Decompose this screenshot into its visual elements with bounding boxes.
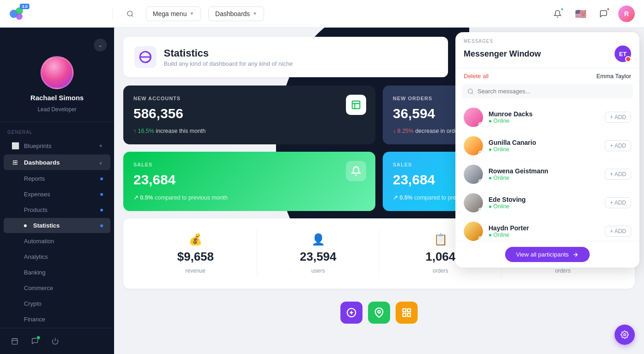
page-header-card: Statistics Build any kind of dashboard f… [123, 37, 448, 77]
sidebar: ⌄ Rachael Simons Lead Developer GENERAL … [0, 28, 114, 354]
add-action-button[interactable] [340, 302, 362, 324]
dashboards-chevron: ▲ [98, 160, 103, 165]
gunilla-avatar [464, 136, 483, 155]
search-input-wrapper [462, 84, 633, 98]
blueprints-icon: ⬜ [11, 142, 19, 149]
mega-menu-button[interactable]: Mega menu ▼ [146, 6, 201, 21]
haydn-info: Haydn Porter ● Online [489, 224, 599, 238]
rowena-avatar [464, 165, 483, 184]
haydn-avatar [464, 222, 483, 241]
contact-item-munroe[interactable]: Munroe Dacks ● Online + ADD [455, 103, 639, 131]
orders-icon: 📋 [434, 233, 448, 246]
stat-users: 👤 23,594 users [257, 229, 379, 278]
sidebar-item-reports[interactable]: Reports [4, 171, 110, 186]
messenger-user-avatar[interactable]: ET [615, 46, 631, 62]
sidebar-item-crypto[interactable]: Crypto [4, 296, 110, 311]
munroe-info: Munroe Dacks ● Online [489, 110, 599, 124]
haydn-add-button[interactable]: + ADD [605, 226, 631, 237]
users-icon: 👤 [311, 233, 325, 246]
sidebar-item-banking[interactable]: Banking [4, 265, 110, 280]
ede-add-button[interactable]: + ADD [605, 197, 631, 208]
gunilla-add-button[interactable]: + ADD [605, 140, 631, 151]
profile-role: Lead Developer [38, 106, 77, 113]
power-icon-button[interactable] [48, 334, 63, 348]
user-avatar[interactable]: R [618, 6, 635, 22]
munroe-add-button[interactable]: + ADD [605, 112, 631, 123]
stat-revenue: 💰 $9,658 revenue [134, 229, 257, 278]
app-logo: 3.0 [9, 6, 26, 22]
messenger-footer: View all participants [455, 241, 639, 268]
search-button[interactable] [122, 6, 138, 22]
svg-point-14 [378, 310, 380, 313]
view-all-participants-button[interactable]: View all participants [505, 247, 590, 262]
version-badge: 3.0 [20, 4, 29, 9]
rowena-info: Rowena Geistmann ● Online [489, 167, 599, 181]
gunilla-online-dot [478, 151, 483, 155]
dashboards-icon: ⊞ [11, 159, 19, 166]
action-buttons-row [123, 296, 635, 329]
svg-rect-18 [403, 314, 406, 316]
messenger-actions-row: Delete all Emma Taylor [455, 68, 639, 84]
contact-list: Munroe Dacks ● Online + ADD Gunilla Cana… [455, 103, 639, 241]
sidebar-item-products[interactable]: Products [4, 202, 110, 217]
rowena-online-dot [478, 179, 483, 183]
haydn-online-dot [478, 236, 483, 240]
accounts-icon-box [346, 95, 366, 115]
page-title: Statistics [164, 47, 293, 59]
delete-all-button[interactable]: Delete all [464, 73, 489, 80]
search-icon [467, 88, 474, 95]
sidebar-item-commerce[interactable]: Commerce [4, 280, 110, 296]
gunilla-info: Gunilla Canario ● Online [489, 139, 599, 153]
rowena-add-button[interactable]: + ADD [605, 169, 631, 180]
revenue-icon: 💰 [189, 233, 202, 246]
sidebar-item-dashboards[interactable]: ⊞ Dashboards ▲ [4, 154, 110, 170]
grid-action-button[interactable] [396, 302, 418, 324]
ede-info: Ede Stoving ● Online [489, 196, 599, 210]
sidebar-section-general: GENERAL [0, 122, 114, 137]
ede-online-dot [478, 208, 483, 212]
svg-rect-10 [352, 101, 360, 109]
svg-rect-4 [12, 339, 17, 344]
svg-point-3 [127, 11, 132, 16]
sidebar-item-analytics[interactable]: Analytics [4, 249, 110, 264]
munroe-avatar [464, 108, 483, 127]
calendar-icon-button[interactable] [7, 334, 22, 348]
messenger-search-input[interactable] [477, 88, 627, 95]
contact-item-gunilla[interactable]: Gunilla Canario ● Online + ADD [455, 131, 639, 160]
sidebar-item-blueprints[interactable]: ⬜ Blueprints ▼ [4, 138, 110, 154]
chat-button[interactable] [595, 6, 612, 22]
location-action-button[interactable] [368, 302, 390, 324]
statistics-dot [100, 224, 103, 227]
sidebar-item-expenses[interactable]: Expenses [4, 187, 110, 202]
messenger-title-row: Messenger Window ET [464, 46, 631, 62]
svg-point-2 [16, 13, 23, 20]
svg-rect-17 [408, 314, 410, 316]
main-layout: ⌄ Rachael Simons Lead Developer GENERAL … [0, 28, 644, 354]
chat-icon-button[interactable] [28, 334, 42, 348]
svg-rect-16 [408, 309, 410, 312]
contact-item-rowena[interactable]: Rowena Geistmann ● Online + ADD [455, 160, 639, 188]
dashboards-button[interactable]: Dashboards ▼ [208, 6, 264, 21]
nav-right-actions: 🇺🇸 R [549, 6, 635, 22]
mega-menu-chevron: ▼ [190, 11, 194, 16]
dashboards-submenu: Reports Expenses Products Statistics Aut… [0, 171, 114, 327]
messenger-search-area [455, 84, 639, 103]
ede-avatar [464, 193, 483, 212]
chat-badge [606, 7, 610, 11]
contact-item-ede[interactable]: Ede Stoving ● Online + ADD [455, 188, 639, 217]
sidebar-item-finance[interactable]: Finance [4, 312, 110, 327]
notifications-button[interactable] [549, 6, 566, 22]
main-content: Statistics Build any kind of dashboard f… [114, 28, 644, 354]
current-user-label: Emma Taylor [596, 73, 631, 80]
expenses-dot [100, 193, 103, 196]
contact-item-haydn[interactable]: Haydn Porter ● Online + ADD [455, 217, 639, 241]
sidebar-item-automation[interactable]: Automation [4, 234, 110, 249]
page-header-icon [134, 46, 156, 68]
sidebar-item-statistics[interactable]: Statistics [4, 218, 110, 233]
profile-toggle-button[interactable]: ⌄ [94, 39, 107, 51]
page-header-text: Statistics Build any kind of dashboard f… [164, 47, 293, 67]
flag-button[interactable]: 🇺🇸 [572, 6, 589, 22]
settings-fab-button[interactable] [615, 325, 635, 345]
svg-point-19 [468, 89, 472, 93]
messenger-header: MESSAGES Messenger Window ET [455, 32, 639, 68]
